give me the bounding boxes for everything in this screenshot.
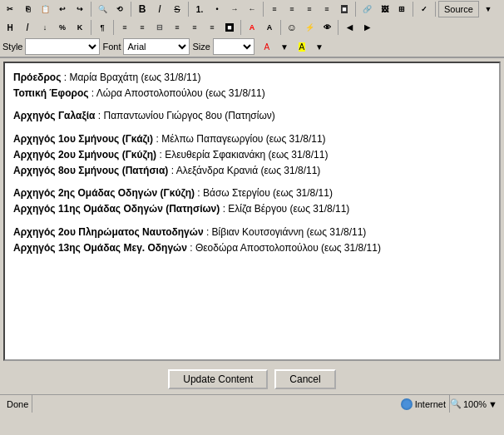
content-line-6: Αρχηγός 8ου Σμήνους (Πατήσια) : Αλεξάνδρ… [13, 163, 491, 179]
tb-redo[interactable]: ↪ [72, 1, 88, 17]
content-line-3: Αρχηγός Γαλαξία : Παπαντωνίου Γιώργος 8ο… [13, 108, 491, 124]
format-row: Style Font Arial Size A ▼ A ▼ [0, 37, 504, 57]
tb2-color-bg[interactable]: A [261, 19, 278, 36]
fmt-bgcolor2[interactable]: ▼ [311, 38, 328, 55]
sep-10 [240, 20, 241, 35]
sep-1 [91, 2, 91, 17]
style-select[interactable] [25, 38, 100, 55]
globe-icon [401, 398, 413, 410]
content-line-9: Αρχηγός 2ου Πληρώματος Ναυτοδηγών : Βίβι… [13, 225, 491, 240]
button-row: Update Content Cancel [0, 364, 504, 394]
tb2-italic2[interactable]: I [19, 19, 36, 36]
tb-bold[interactable]: B [134, 1, 151, 17]
tb2-abc[interactable]: % [54, 19, 71, 36]
tb2-para[interactable]: ¶ [94, 19, 111, 36]
style-label: Style [2, 42, 22, 52]
zoom-label: 100% [463, 399, 487, 409]
fmt-bgcolor1[interactable]: A [294, 38, 310, 55]
tb-copy[interactable]: ⎘ [19, 1, 36, 17]
value-1ou: Μέλπω Παπαγεωργίου (εως 31/8/11) [161, 133, 325, 145]
editor-area[interactable]: Πρόεδρος : Μαρία Βραχάτη (εως 31/8/11) Τ… [3, 62, 501, 361]
label-8ou: Αρχηγός 8ου Σμήνους (Πατήσια) [13, 165, 168, 176]
zoom-dropdown[interactable]: ▼ [488, 399, 497, 409]
tb2-smiley[interactable]: ☺ [284, 19, 300, 36]
tb-find[interactable]: 🔍 [94, 1, 111, 17]
tb-italic[interactable]: I [151, 1, 168, 17]
font-select[interactable]: Arial [123, 38, 190, 55]
label-13is-omada: Αρχηγός 13ης Ομάδας Μεγ. Οδηγών [13, 242, 187, 254]
tb2-sub[interactable]: ↓ [37, 19, 53, 36]
tb-indent[interactable]: → [226, 1, 243, 17]
tb2-color-a[interactable]: A [244, 19, 260, 36]
tb2-extra2[interactable]: ▶ [358, 19, 375, 36]
tb2-preview[interactable]: 👁 [319, 19, 335, 36]
status-internet-section: Internet [398, 395, 450, 413]
tb2-flash[interactable]: ⚡ [301, 19, 318, 36]
size-select[interactable] [213, 38, 254, 55]
tb-outdent[interactable]: ← [244, 1, 260, 17]
tb-align-center[interactable]: ≡ [284, 1, 300, 17]
value-8ou: Αλεξάνδρα Κρανιά (εως 31/8/11) [176, 165, 321, 176]
value-proedros: Μαρία Βραχάτη (εως 31/8/11) [69, 72, 200, 83]
spacer-4 [13, 218, 491, 225]
content-line-10: Αρχηγός 13ης Ομάδας Μεγ. Οδηγών : Θεοδώρ… [13, 240, 491, 256]
tb2-k[interactable]: K [72, 19, 88, 36]
tb-align-right[interactable]: ≡ [301, 1, 318, 17]
sep-4 [263, 2, 264, 17]
content-line-2: Τοπική Έφορος : Λώρα Αποστολοπούλου (εως… [13, 86, 491, 101]
content-line-4: Αρχηγός 1ου Σμήνους (Γκάζι) : Μέλπω Παπα… [13, 131, 491, 147]
tb-ol[interactable]: 1. [191, 1, 208, 17]
tb-expand[interactable]: ▼ [480, 1, 497, 17]
tb-block[interactable]: ■ [336, 1, 353, 17]
tb2-extra1[interactable]: ◀ [341, 19, 358, 36]
tb2-blk[interactable]: ■ [221, 19, 238, 36]
tb-align-justify[interactable]: ≡ [319, 1, 335, 17]
editor-content: Πρόεδρος : Μαρία Βραχάτη (εως 31/8/11) Τ… [13, 70, 491, 256]
value-2is-omada: Βάσω Στεργίου (εως 31/8/11) [203, 187, 333, 199]
fmt-color2[interactable]: ▼ [276, 38, 293, 55]
value-2ou-pliro: Βίβιαν Κουτσογιάννη (εως 31/8/11) [212, 226, 367, 238]
tb2-al1[interactable]: ≡ [116, 19, 133, 36]
label-topiki: Τοπική Έφορος [13, 87, 88, 99]
source-button[interactable]: Source [438, 1, 479, 17]
fmt-color1[interactable]: A [259, 38, 275, 55]
colon-9: : [206, 226, 212, 238]
tb-undo[interactable]: ↩ [54, 1, 71, 17]
spacer-1 [13, 101, 491, 108]
cancel-button[interactable]: Cancel [274, 369, 335, 389]
label-1ou: Αρχηγός 1ου Σμήνους (Γκάζι) [13, 133, 153, 145]
tb-strike[interactable]: S [169, 1, 185, 17]
label-11is-omada: Αρχηγός 11ης Ομάδας Οδηγών (Πατησίων) [13, 203, 220, 215]
tb2-al3[interactable]: ⊟ [151, 19, 168, 36]
sep-9 [113, 20, 114, 35]
value-galaxia: Παπαντωνίου Γιώργος 8ου (Πατησίων) [103, 110, 274, 121]
label-galaxia: Αρχηγός Γαλαξία [13, 110, 95, 121]
value-13is-omada: Θεοδώρα Αποστολοπούλου (εως 31/8/11) [195, 242, 381, 254]
tb2-al4[interactable]: ≡ [169, 19, 185, 36]
sep-5 [355, 2, 356, 17]
tb-cut[interactable]: ✂ [2, 1, 18, 17]
content-line-7: Αρχηγός 2ης Ομάδας Οδηγών (Γκύζη) : Βάσω… [13, 185, 491, 201]
status-done-section: Done [3, 395, 32, 413]
tb-link[interactable]: 🔗 [358, 1, 375, 17]
tb-align-left[interactable]: ≡ [266, 1, 283, 17]
tb-image[interactable]: 🖼 [376, 1, 393, 17]
sep-2 [131, 2, 131, 17]
update-content-button[interactable]: Update Content [168, 369, 268, 389]
format-color-icons: A ▼ A ▼ [259, 38, 328, 55]
tb-ul[interactable]: • [209, 1, 225, 17]
content-line-1: Πρόεδρος : Μαρία Βραχάτη (εως 31/8/11) [13, 70, 491, 86]
tb-table[interactable]: ⊞ [393, 1, 410, 17]
value-11is-omada: Ελίζα Βέργου (εως 31/8/11) [228, 203, 349, 215]
tb2-al5[interactable]: ≡ [186, 19, 203, 36]
value-topiki: Λώρα Αποστολοπούλου (εως 31/8/11) [96, 87, 265, 99]
spacer-3 [13, 179, 491, 185]
tb2-al2[interactable]: ≡ [134, 19, 151, 36]
value-2ou: Ελευθερία Σφακιανάκη (εως 31/8/11) [165, 149, 328, 161]
tb-spell[interactable]: ✓ [416, 1, 432, 17]
status-bar: Done Internet 🔍 100% ▼ [0, 394, 504, 413]
tb2-h1[interactable]: H [2, 19, 18, 36]
tb-paste[interactable]: 📋 [37, 1, 53, 17]
tb2-al6[interactable]: ≡ [204, 19, 220, 36]
tb-replace[interactable]: ⟲ [111, 1, 128, 17]
